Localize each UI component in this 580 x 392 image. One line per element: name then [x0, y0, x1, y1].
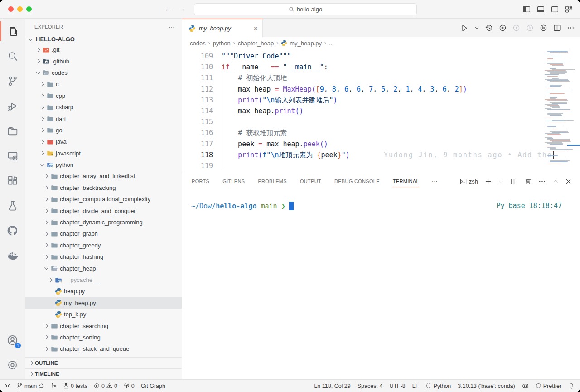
- status-notifications[interactable]: [568, 383, 575, 389]
- activity-item-search[interactable]: [0, 44, 25, 68]
- code-editor[interactable]: 109"""Driver Code"""110if __name__ == "_…: [182, 49, 580, 172]
- prev-change-icon[interactable]: [512, 24, 520, 32]
- activity-item-github[interactable]: [0, 218, 25, 243]
- tree-item-chapter-divide-and-conquer[interactable]: chapter_divide_and_conquer: [25, 205, 182, 216]
- status-problems-status[interactable]: 00: [94, 383, 117, 389]
- activity-item-source-control[interactable]: [0, 68, 25, 93]
- toggle-panel-icon[interactable]: [537, 5, 545, 13]
- tree-item-python[interactable]: python: [25, 159, 182, 170]
- tree-item-java[interactable]: java: [25, 136, 182, 147]
- split-terminal[interactable]: [510, 178, 518, 185]
- tree-item-chapter-backtracking[interactable]: chapter_backtracking: [25, 182, 182, 194]
- tree-item-my-heap-py[interactable]: my_heap.py: [25, 297, 182, 309]
- status-git-graph-button[interactable]: [51, 383, 57, 389]
- status-branch-status[interactable]: main: [17, 383, 44, 389]
- tree-item-javascript[interactable]: JSjavascript: [25, 148, 182, 159]
- status-indentation[interactable]: Spaces: 4: [358, 383, 383, 389]
- tree-item--git[interactable]: .git: [25, 44, 182, 55]
- panel-tab-terminal[interactable]: TERMINAL: [392, 176, 420, 187]
- run-icon[interactable]: [460, 24, 469, 32]
- next-change-icon[interactable]: [526, 24, 534, 32]
- panel-tab-ports[interactable]: PORTS: [191, 176, 210, 187]
- activity-item-accounts[interactable]: 1: [0, 328, 25, 353]
- code-line-114[interactable]: 114 max_heap.print(): [182, 106, 544, 116]
- status-python-interpreter[interactable]: 3.10.13 ('base': conda): [458, 383, 515, 389]
- panel-tabs-more-button[interactable]: ⋯: [432, 178, 438, 185]
- tree-item-chapter-greedy[interactable]: chapter_greedy: [25, 240, 182, 251]
- tree-item-top-k-py[interactable]: top_k.py: [25, 309, 182, 320]
- panel-tab-gitlens[interactable]: GITLENS: [222, 176, 245, 187]
- tree-item-chapter-computational-complexity[interactable]: chapter_computational_complexity: [25, 194, 182, 205]
- status-language-mode[interactable]: Python: [425, 383, 451, 389]
- activity-item-folder-library[interactable]: [0, 118, 25, 143]
- breadcrumb-item[interactable]: codes: [190, 40, 206, 47]
- customize-layout-icon[interactable]: [565, 5, 573, 13]
- activity-item-testing[interactable]: [0, 193, 25, 218]
- maximize-panel[interactable]: [553, 179, 558, 184]
- tree-item-codes[interactable]: codes: [25, 67, 182, 78]
- code-line-119[interactable]: 119: [182, 160, 544, 171]
- run-menu-icon[interactable]: [540, 24, 547, 32]
- status-prettier[interactable]: Prettier: [536, 383, 561, 389]
- tree-item-chapter-sorting[interactable]: chapter_sorting: [25, 332, 182, 343]
- code-line-116[interactable]: 116 # 获取堆顶元素: [182, 127, 544, 138]
- status-git-graph-label[interactable]: Git Graph: [141, 383, 165, 389]
- tree-item-csharp[interactable]: csharp: [25, 102, 182, 113]
- tree-item-heap-py[interactable]: heap.py: [25, 286, 182, 297]
- panel-tab-output[interactable]: OUTPUT: [300, 176, 322, 187]
- tree-root-hello-algo[interactable]: HELLO-ALGO: [25, 34, 182, 44]
- breadcrumb-item[interactable]: my_heap.py: [281, 40, 322, 47]
- activity-item-explorer[interactable]: [0, 19, 25, 44]
- search-input[interactable]: hello-algo: [194, 3, 417, 15]
- close-tab-icon[interactable]: ×: [254, 24, 258, 32]
- code-line-111[interactable]: 111 # 初始化大顶堆: [182, 73, 544, 83]
- tree-item-chapter-stack-and-queue[interactable]: chapter_stack_and_queue: [25, 343, 182, 354]
- tree-item--pycache-[interactable]: __pycache__: [25, 274, 182, 286]
- explorer-more-actions-button[interactable]: ⋯: [169, 23, 175, 30]
- activity-item-remote-explorer[interactable]: [0, 143, 25, 168]
- status-eol[interactable]: LF: [412, 383, 419, 389]
- tree-item-cpp[interactable]: cpp: [25, 90, 182, 102]
- code-line-112[interactable]: 112 max_heap = MaxHeap([9, 8, 6, 6, 7, 5…: [182, 84, 544, 95]
- tree-item-chapter-array-and-linkedlist[interactable]: chapter_array_and_linkedlist: [25, 170, 182, 182]
- minimap[interactable]: [544, 49, 580, 172]
- breadcrumb-item[interactable]: python: [213, 40, 231, 47]
- code-line-113[interactable]: 113 print("\n输入列表并建堆后"): [182, 95, 544, 106]
- activity-item-run-and-debug[interactable]: [0, 93, 25, 118]
- kill-terminal[interactable]: [525, 178, 532, 185]
- sidebar-section-outline[interactable]: OUTLINE: [25, 357, 182, 368]
- breadcrumb-item[interactable]: ...: [329, 40, 334, 47]
- ellipsis-icon[interactable]: [567, 24, 575, 32]
- status-encoding[interactable]: UTF-8: [389, 383, 405, 389]
- code-line-109[interactable]: 109"""Driver Code""": [182, 51, 544, 62]
- code-line-110[interactable]: 110if __name__ == "__main__":: [182, 62, 544, 73]
- tree-item-go[interactable]: go: [25, 125, 182, 136]
- tree-item-chapter-graph[interactable]: chapter_graph: [25, 228, 182, 239]
- close-window-button[interactable]: [8, 6, 14, 12]
- status-copilot[interactable]: [522, 382, 529, 389]
- terminal-dropdown[interactable]: [498, 179, 503, 184]
- history-icon[interactable]: [485, 24, 493, 32]
- status-test-status[interactable]: 0 tests: [63, 383, 87, 389]
- chev-down-sm-icon[interactable]: [474, 25, 479, 30]
- status-remote-indicator[interactable]: [5, 383, 10, 389]
- tree-item--github[interactable]: .github: [25, 55, 182, 67]
- tree-item-dart[interactable]: dart: [25, 113, 182, 124]
- zoom-window-button[interactable]: [26, 6, 32, 12]
- tree-item-chapter-heap[interactable]: chapter_heap: [25, 262, 182, 274]
- sidebar-section-timeline[interactable]: TIMELINE: [25, 368, 182, 380]
- breadcrumb-item[interactable]: chapter_heap: [238, 40, 274, 47]
- toggle-secondary-sidebar-icon[interactable]: [551, 5, 559, 13]
- split-editor-icon[interactable]: [553, 24, 561, 32]
- code-line-117[interactable]: 117 peek = max_heap.peek(): [182, 139, 544, 150]
- status-cursor-position[interactable]: Ln 118, Col 29: [314, 383, 350, 389]
- tree-item-chapter-dynamic-programming[interactable]: chapter_dynamic_programming: [25, 217, 182, 228]
- close-panel[interactable]: [565, 178, 572, 185]
- panel-more[interactable]: [538, 178, 546, 185]
- tree-item-c[interactable]: c: [25, 78, 182, 90]
- activity-item-docker[interactable]: [0, 243, 25, 268]
- minimize-window-button[interactable]: [17, 6, 23, 12]
- tab-my-heap[interactable]: my_heap.py ×: [182, 19, 263, 37]
- panel-tab-problems[interactable]: PROBLEMS: [257, 176, 287, 187]
- status-ports-status[interactable]: 0: [124, 383, 135, 389]
